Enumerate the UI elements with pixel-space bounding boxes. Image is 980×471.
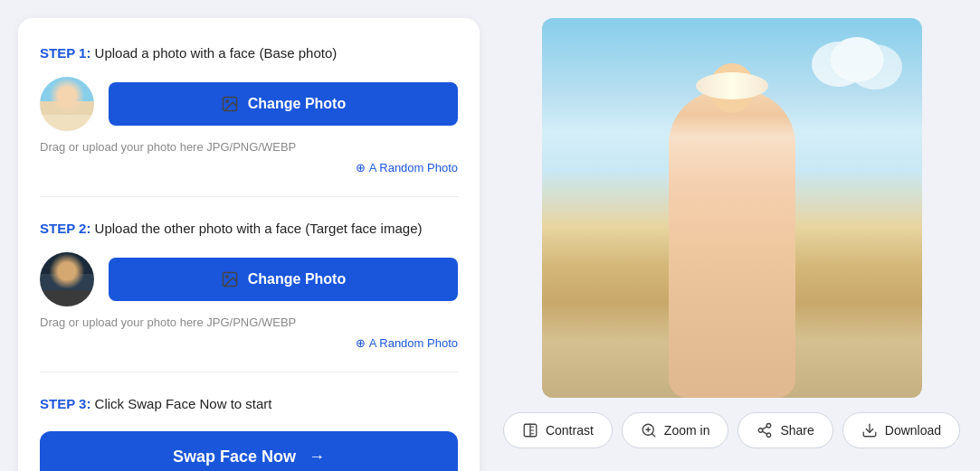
zoom-in-button[interactable]: Zoom in (622, 412, 729, 448)
step1-description: Upload a photo with a face (Base photo) (95, 45, 338, 61)
image-icon-2 (221, 270, 239, 288)
beach-photo (542, 18, 922, 398)
step3-description: Click Swap Face Now to start (95, 396, 272, 411)
result-photo-display (542, 18, 922, 398)
step2-label: STEP 2: (40, 221, 90, 236)
step1-random-link[interactable]: ⊕ A Random Photo (40, 161, 458, 174)
figure-silhouette (669, 90, 795, 398)
arrow-right-icon: → (309, 447, 325, 466)
action-bar: Contrast Zoom in Sh (503, 412, 960, 448)
svg-line-13 (763, 431, 767, 434)
share-icon (756, 422, 773, 438)
contrast-icon (522, 422, 538, 438)
svg-line-14 (763, 427, 767, 429)
step2-drag-hint: Drag or upload your photo here JPG/PNG/W… (40, 316, 458, 329)
share-button[interactable]: Share (737, 412, 833, 448)
svg-line-7 (652, 433, 654, 436)
step2-title: STEP 2: Upload the other photo with a fa… (40, 219, 458, 238)
swap-face-now-button[interactable]: Swap Face Now → (40, 431, 458, 471)
step2-upload-row: Change Photo (40, 252, 458, 306)
step2-random-link[interactable]: ⊕ A Random Photo (40, 336, 458, 350)
download-icon (861, 422, 878, 438)
step1-thumb-image (40, 77, 94, 131)
zoom-in-icon (641, 422, 657, 438)
step1-title: STEP 1: Upload a photo with a face (Base… (40, 43, 458, 62)
download-button[interactable]: Download (842, 412, 960, 448)
svg-point-1 (226, 100, 229, 103)
contrast-button[interactable]: Contrast (503, 412, 613, 448)
step3-section: STEP 3: Click Swap Face Now to start Swa… (40, 394, 458, 471)
step1-thumbnail (40, 77, 94, 131)
plus-circle-icon: ⊕ (356, 161, 366, 174)
step2-thumb-image (40, 252, 94, 306)
step3-label: STEP 3: (40, 396, 90, 411)
step1-drag-hint: Drag or upload your photo here JPG/PNG/W… (40, 140, 458, 154)
step2-thumbnail (40, 252, 94, 306)
left-panel: STEP 1: Upload a photo with a face (Base… (18, 18, 480, 471)
step2-description: Upload the other photo with a face (Targ… (95, 221, 423, 236)
svg-point-3 (226, 276, 229, 278)
step3-title: STEP 3: Click Swap Face Now to start (40, 394, 458, 413)
main-container: STEP 1: Upload a photo with a face (Base… (18, 18, 962, 471)
step2-section: STEP 2: Upload the other photo with a fa… (40, 219, 458, 372)
step1-change-photo-button[interactable]: Change Photo (109, 82, 458, 126)
step2-change-photo-button[interactable]: Change Photo (109, 258, 458, 301)
right-panel: Contrast Zoom in Sh (501, 18, 962, 448)
step1-label: STEP 1: (40, 45, 90, 61)
image-icon (221, 95, 239, 113)
step1-upload-row: Change Photo (40, 77, 458, 131)
step1-section: STEP 1: Upload a photo with a face (Base… (40, 43, 458, 197)
plus-circle-icon-2: ⊕ (356, 336, 366, 350)
